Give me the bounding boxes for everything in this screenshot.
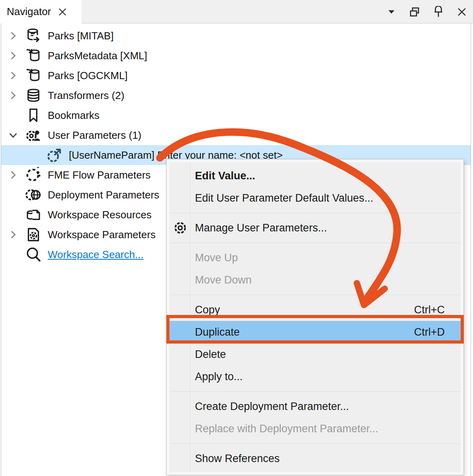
window-controls (386, 0, 467, 23)
menu-item-show-references[interactable]: Show References (169, 447, 461, 470)
tree-item-label: Bookmarks (48, 109, 99, 122)
menu-item-create-deployment-parameter[interactable]: Create Deployment Parameter... (169, 395, 461, 418)
menu-separator (170, 213, 460, 213)
tree-item-label: ParksMetadata [XML] (48, 50, 147, 62)
menu-item-move-up: Move Up (169, 247, 461, 269)
menu-item-move-down: Move Down (169, 269, 461, 291)
transformers-icon (25, 87, 41, 103)
menu-separator (170, 243, 460, 243)
menu-item-label: Manage User Parameters... (195, 222, 445, 234)
context-menu-body: Edit Value...Edit User Parameter Default… (169, 162, 461, 472)
gear-icon (173, 221, 187, 235)
writer-icon (25, 68, 41, 84)
tree-item-label: User Parameters (1) (48, 129, 142, 142)
param-icon (47, 147, 62, 163)
menu-item-delete[interactable]: Delete (169, 343, 461, 365)
tree-item-label: Parks [OGCKML] (48, 70, 128, 82)
tree-item-label: Deployment Parameters (48, 189, 159, 201)
dropdown-caret-button[interactable] (386, 7, 397, 17)
menu-item-shortcut: Ctrl+C (414, 304, 445, 316)
menu-item-label: Replace with Deployment Parameter... (195, 423, 445, 435)
search-icon (25, 247, 41, 262)
tree-item-label: Workspace Resources (48, 209, 152, 221)
tree-item-label: Workspace Parameters (48, 229, 156, 241)
menu-item-edit-user-parameter-default-values[interactable]: Edit User Parameter Default Values... (169, 187, 461, 209)
menu-item-label: Move Down (195, 274, 445, 286)
tab-close-button[interactable] (57, 7, 68, 17)
pin-panel-button[interactable] (432, 6, 444, 18)
tree-item-user-parameters-1[interactable]: User Parameters (1) (1, 125, 471, 145)
resources-icon (25, 207, 41, 223)
tree-item-parks-mitab[interactable]: Parks [MITAB] (1, 26, 471, 46)
chevron-down-icon[interactable] (8, 130, 19, 141)
chevron-right-icon[interactable] (8, 90, 19, 101)
chevron-right-icon[interactable] (8, 70, 19, 81)
float-window-icon (409, 6, 420, 18)
menu-item-replace-with-deployment-parameter: Replace with Deployment Parameter... (169, 418, 461, 440)
menu-items: Edit Value...Edit User Parameter Default… (169, 165, 461, 470)
tree-item-parks-ogckml[interactable]: Parks [OGCKML] (1, 66, 471, 85)
context-menu: Edit Value...Edit User Parameter Default… (166, 159, 464, 475)
tab-navigator[interactable]: Navigator (0, 0, 82, 23)
deploy-params-icon (25, 187, 41, 203)
tree-item-label: FME Flow Parameters (48, 169, 151, 181)
flow-params-icon (25, 167, 41, 183)
menu-separator (170, 443, 460, 444)
close-icon (456, 6, 467, 17)
tree-item-label: Transformers (2) (48, 89, 125, 102)
ws-params-icon (25, 227, 41, 243)
close-panel-button[interactable] (456, 6, 467, 17)
menu-item-label: Create Deployment Parameter... (195, 400, 445, 413)
chevron-right-icon[interactable] (8, 30, 19, 41)
chevron-right-icon[interactable] (8, 169, 19, 181)
chevron-right-icon[interactable] (8, 229, 19, 240)
menu-item-label: Apply to... (195, 371, 445, 383)
close-icon (57, 7, 68, 17)
tree-item-parksmetadata-xml[interactable]: ParksMetadata [XML] (1, 46, 471, 66)
menu-item-label: Edit Value... (195, 170, 445, 182)
user-params-icon (25, 127, 41, 143)
tree-item-bookmarks[interactable]: Bookmarks (1, 105, 471, 125)
menu-item-edit-value[interactable]: Edit Value... (169, 165, 461, 187)
menu-item-label: Copy (195, 304, 402, 316)
chevron-right-icon[interactable] (8, 50, 19, 61)
menu-item-copy[interactable]: CopyCtrl+C (169, 299, 461, 321)
menu-item-label: Show References (195, 453, 445, 465)
bookmark-icon (25, 107, 41, 123)
menu-item-label: Delete (195, 348, 445, 361)
menu-item-manage-user-parameters[interactable]: Manage User Parameters... (169, 217, 461, 239)
menu-separator (170, 295, 460, 295)
panel-title: Navigator (7, 6, 51, 18)
menu-item-label: Edit User Parameter Default Values... (195, 192, 445, 204)
reader-icon (25, 28, 41, 44)
menu-item-apply-to[interactable]: Apply to... (169, 365, 461, 388)
tree-item-label: Workspace Search... (48, 249, 144, 261)
float-window-button[interactable] (409, 6, 420, 18)
menu-item-label: Duplicate (195, 326, 402, 338)
menu-item-duplicate[interactable]: DuplicateCtrl+D (169, 321, 461, 343)
panel-titlebar: Navigator (0, 0, 473, 23)
caret-down-icon (386, 7, 397, 17)
pin-icon (432, 6, 444, 18)
menu-item-label: Move Up (195, 252, 445, 264)
tree-item-label: Parks [MITAB] (48, 30, 114, 42)
menu-separator (170, 391, 460, 392)
menu-item-shortcut: Ctrl+D (414, 326, 445, 338)
tree-item-transformers-2[interactable]: Transformers (2) (1, 85, 471, 105)
writer-icon (25, 48, 41, 64)
